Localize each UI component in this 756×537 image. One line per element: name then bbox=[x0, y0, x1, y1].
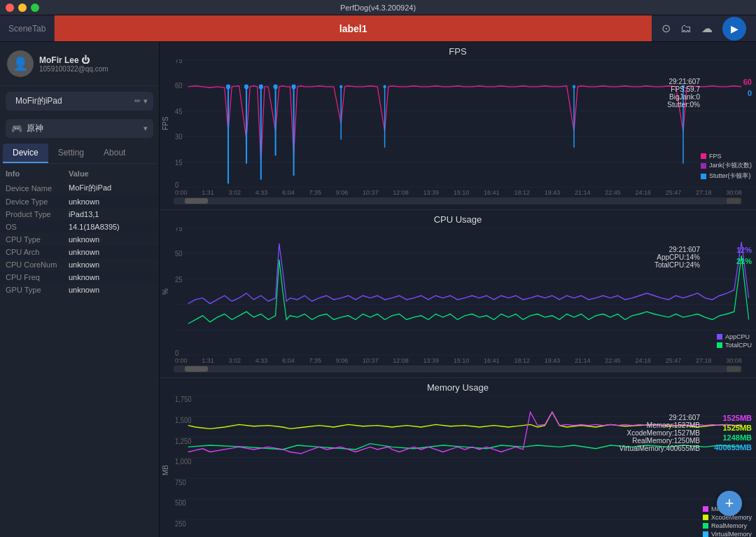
svg-text:50: 50 bbox=[175, 250, 183, 258]
location-icon[interactable]: ⊙ bbox=[662, 22, 671, 35]
fps-tooltip: 29:21:607 FPS:59.7 BigJank:0 Stutter:0% bbox=[667, 78, 700, 109]
info-value: unknown bbox=[69, 248, 153, 256]
svg-text:25: 25 bbox=[175, 275, 183, 284]
stutter-legend-dot bbox=[701, 174, 706, 179]
label1-banner[interactable]: label1 bbox=[55, 15, 652, 41]
memory-y-axis: MB bbox=[160, 396, 174, 537]
user-email: 1059100322@qq.com bbox=[39, 65, 108, 73]
svg-text:30: 30 bbox=[175, 133, 183, 141]
fps-tooltip-fps: FPS:59.7 bbox=[667, 85, 700, 93]
memory-current-val4: 400653MB bbox=[714, 443, 752, 452]
fps-scrollbar[interactable] bbox=[174, 197, 742, 204]
cpu-tooltip-total: TotalCPU:24% bbox=[654, 261, 700, 269]
fps-current-val1: 60 bbox=[743, 78, 752, 86]
memory-legend-virtual: VirtualMemory bbox=[703, 531, 752, 537]
edit-icon[interactable]: ✏ bbox=[134, 97, 141, 106]
cpu-chart-area: % 75 50 25 0 bbox=[160, 228, 756, 356]
info-value: unknown bbox=[69, 286, 153, 294]
cpu-chart-title: CPU Usage bbox=[160, 214, 756, 225]
svg-point-13 bbox=[226, 84, 230, 89]
fps-chart-section: FPS FPS 75 60 45 bbox=[160, 42, 756, 210]
svg-text:1,000: 1,000 bbox=[175, 458, 192, 466]
cpu-scrollbar-thumb[interactable] bbox=[185, 366, 207, 372]
traffic-lights bbox=[6, 4, 39, 12]
tab-device[interactable]: Device bbox=[3, 144, 48, 163]
info-row: Device Typeunknown bbox=[0, 195, 159, 208]
fps-legend-stutter: Stutter(卡顿率) bbox=[701, 172, 752, 181]
svg-text:250: 250 bbox=[175, 519, 186, 528]
memory-chart-title: Memory Usage bbox=[160, 382, 756, 393]
totalcpu-legend-dot bbox=[717, 342, 722, 348]
svg-point-21 bbox=[291, 84, 295, 89]
cpu-current-val1: 12% bbox=[736, 246, 752, 254]
cpu-x-axis: 0:001:313:024:336:047:359:0610:3712:0813… bbox=[160, 357, 756, 364]
memory-tooltip-real: RealMemory:1250MB bbox=[620, 437, 700, 445]
cpu-scrollbar-right[interactable] bbox=[727, 366, 741, 372]
cpu-legend-total: TotalCPU bbox=[717, 342, 752, 349]
info-row: CPU Typeunknown bbox=[0, 233, 159, 246]
fps-scrollbar-right[interactable] bbox=[727, 198, 741, 204]
app-selector[interactable]: 🎮 原神 ▾ bbox=[6, 119, 153, 138]
info-key: Device Name bbox=[6, 184, 69, 193]
appcpu-legend-dot bbox=[717, 334, 722, 340]
fps-y-axis: FPS bbox=[160, 60, 174, 188]
svg-point-27 bbox=[573, 85, 575, 89]
fps-tooltip-time: 29:21:607 bbox=[667, 78, 700, 85]
svg-point-17 bbox=[259, 84, 263, 89]
svg-point-15 bbox=[244, 84, 248, 89]
maximize-button[interactable] bbox=[31, 4, 39, 12]
info-key: CPU Freq bbox=[6, 273, 69, 281]
minimize-button[interactable] bbox=[18, 4, 27, 12]
svg-text:45: 45 bbox=[175, 107, 183, 116]
tab-setting[interactable]: Setting bbox=[48, 144, 94, 163]
info-row: CPU CoreNumunknown bbox=[0, 258, 159, 271]
info-value: 14.1(18A8395) bbox=[69, 223, 153, 231]
device-name: MoFir的iPad bbox=[15, 95, 130, 107]
info-value: unknown bbox=[69, 260, 153, 269]
memory-tooltip-xcode: XcodeMemory:1527MB bbox=[620, 429, 700, 437]
fps-chart-inner: 75 60 45 30 15 0 bbox=[174, 60, 756, 188]
svg-text:60: 60 bbox=[175, 82, 183, 90]
tab-bar: Device Setting About bbox=[3, 144, 156, 164]
info-value: unknown bbox=[69, 235, 153, 244]
add-button[interactable]: + bbox=[717, 491, 742, 516]
folder-icon[interactable]: 🗂 bbox=[680, 22, 692, 35]
info-row: GPU Typeunknown bbox=[0, 284, 159, 296]
cloud-icon[interactable]: ☁ bbox=[701, 22, 713, 35]
info-key: GPU Type bbox=[6, 286, 69, 294]
play-button[interactable]: ▶ bbox=[722, 17, 746, 41]
cpu-y-axis: % bbox=[160, 228, 174, 356]
tab-about[interactable]: About bbox=[94, 144, 135, 163]
memory-tooltip-time: 29:21:607 bbox=[620, 414, 700, 421]
svg-text:0: 0 bbox=[175, 349, 179, 356]
xcode-legend-dot bbox=[703, 515, 708, 520]
sidebar: 👤 MoFir Lee ⏻ 1059100322@qq.com MoFir的iP… bbox=[0, 42, 160, 537]
fps-scrollbar-thumb[interactable] bbox=[185, 198, 207, 204]
cpu-current-val2: 21% bbox=[736, 257, 752, 265]
memory-chart-inner: 1,750 1,500 1,250 1,000 750 500 250 0 bbox=[174, 396, 756, 537]
device-selector[interactable]: MoFir的iPad ✏ ▾ bbox=[6, 92, 153, 111]
fps-current-val2: 0 bbox=[748, 89, 752, 97]
fps-legend: FPS Jank(卡顿次数) Stutter(卡顿率) bbox=[701, 153, 752, 182]
fps-tooltip-stutter: Stutter:0% bbox=[667, 101, 700, 109]
info-row: Product TypeiPad13,1 bbox=[0, 208, 159, 221]
svg-text:15: 15 bbox=[175, 159, 183, 167]
info-key: Product Type bbox=[6, 210, 69, 218]
svg-text:500: 500 bbox=[175, 499, 186, 508]
memory-current-val3: 1248MB bbox=[722, 433, 752, 442]
fps-tooltip-jank: BigJank:0 bbox=[667, 93, 700, 101]
memory-legend-dot bbox=[703, 506, 708, 512]
info-key: CPU Arch bbox=[6, 248, 69, 256]
info-col-info: Info bbox=[6, 169, 69, 178]
close-button[interactable] bbox=[6, 4, 14, 12]
info-row: Device NameMoFir的iPad bbox=[0, 181, 159, 195]
chevron-down-icon[interactable]: ▾ bbox=[144, 97, 148, 106]
cpu-tooltip: 29:21:607 AppCPU:14% TotalCPU:24% bbox=[654, 246, 700, 269]
app-chevron-icon[interactable]: ▾ bbox=[144, 124, 148, 133]
cpu-scrollbar[interactable] bbox=[174, 365, 742, 372]
cpu-tooltip-app: AppCPU:14% bbox=[654, 253, 700, 261]
jank-legend-dot bbox=[701, 163, 706, 169]
cpu-tooltip-time: 29:21:607 bbox=[654, 246, 700, 253]
info-key: CPU Type bbox=[6, 235, 69, 244]
memory-tooltip: 29:21:607 Memory:1527MB XcodeMemory:1527… bbox=[620, 414, 700, 452]
